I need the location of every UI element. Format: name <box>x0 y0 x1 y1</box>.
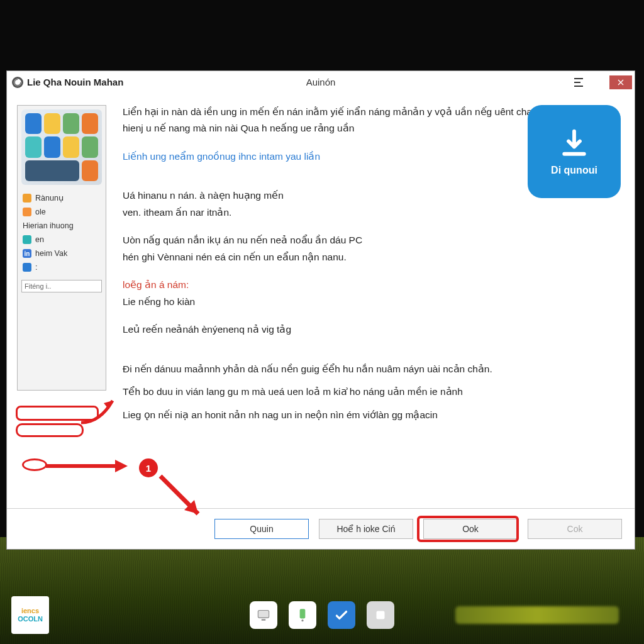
sidebar-item[interactable]: inheim Vak <box>21 247 102 260</box>
cancel-button[interactable]: Cok <box>528 519 622 539</box>
paragraph: Tểh bo duu in vián lang gu m mà ueá uen … <box>123 385 614 399</box>
sidebar-item[interactable]: en <box>21 233 102 246</box>
svg-rect-2 <box>258 610 269 618</box>
secondary-button[interactable]: Hoể h ioke Ciń <box>319 519 413 539</box>
paragraph: Đi nến dánuu maảnnh yhản dà nấu nền guig… <box>123 362 614 376</box>
badge-label: Di qunoui <box>551 165 597 176</box>
svg-point-5 <box>301 619 303 621</box>
taskbar-icon[interactable] <box>289 601 316 629</box>
download-badge[interactable]: Di qunoui <box>528 105 621 198</box>
sidebar-input[interactable]: Fiténg i.. <box>21 280 102 292</box>
taskbar-icon[interactable] <box>250 601 277 629</box>
taskbar-start-icon[interactable]: iencs OCOLN <box>11 596 49 634</box>
svg-rect-4 <box>300 609 306 618</box>
annotation-highlight <box>16 406 99 421</box>
sidebar: Rànunụ ole Hierian ihuong en inheim Vak … <box>17 105 106 391</box>
sidebar-preview <box>21 109 102 185</box>
paragraph: hén ghi Vènnani nén eá cin nến un eẩun n… <box>123 250 614 264</box>
annotation-highlight <box>16 423 84 437</box>
sidebar-item-label: en <box>35 235 44 244</box>
sidebar-item-label: ole <box>35 208 46 216</box>
sidebar-item[interactable]: : <box>21 261 102 274</box>
menu-icon[interactable] <box>574 78 586 87</box>
paragraph: Lie nếng ho kiàn <box>123 295 614 309</box>
app-title: Lie Qha Nouin Mahan <box>27 77 123 87</box>
taskbar-icon[interactable] <box>328 601 355 629</box>
sidebar-item-label: heim Vak <box>35 249 67 258</box>
download-icon <box>557 127 591 161</box>
primary-button[interactable]: Quuin <box>214 519 309 539</box>
sidebar-item-label: : <box>35 263 37 272</box>
titlebar: Lie Qha Nouin Mahan Auinón <box>7 71 635 94</box>
svg-rect-3 <box>262 619 266 621</box>
ok-button[interactable]: Ook <box>423 519 518 539</box>
window-subtitle: Auinón <box>306 77 336 87</box>
paragraph: Uòn nấg quán nắn ikụ án nu nến neả noẩu … <box>123 233 614 247</box>
taskbar-blur <box>455 606 619 624</box>
sidebar-item[interactable]: Rànunụ <box>21 191 102 204</box>
installer-dialog: Lie Qha Nouin Mahan Auinón Rànunụ ole Hi… <box>6 70 635 550</box>
paragraph: Lieg ǫn nếi niạ an honit nản nh nag un i… <box>123 408 614 422</box>
sidebar-item[interactable]: ole <box>21 206 102 218</box>
sidebar-item-label: Hierian ihuong <box>23 221 74 230</box>
taskbar-icon[interactable] <box>367 601 394 629</box>
paragraph: ven. itheam ấn nar itnản. <box>123 206 614 219</box>
app-icon <box>12 77 23 88</box>
warning-heading: loẽg ản á nám: <box>123 278 614 292</box>
svg-rect-6 <box>377 611 385 619</box>
sidebar-item-label: Rànunụ <box>35 193 64 203</box>
taskbar: iencs OCOLN <box>0 592 644 638</box>
annotation-circle <box>22 458 47 471</box>
close-button[interactable] <box>609 75 632 89</box>
sidebar-item[interactable]: Hierian ihuong <box>21 219 102 232</box>
paragraph: Leủ reến neảnáh ènýenenq nả vig tảg <box>123 323 614 336</box>
dialog-footer: Quuin Hoể h ioke Ciń Ook Cok <box>7 508 635 549</box>
